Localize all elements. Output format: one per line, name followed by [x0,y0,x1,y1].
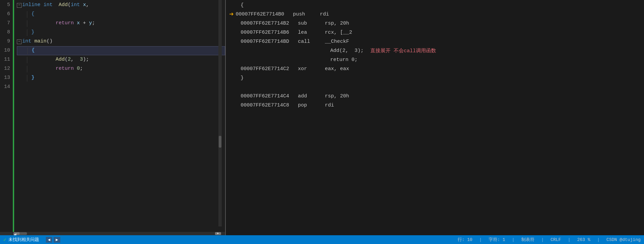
status-left: ✓ 未找到相关问题 [3,237,39,243]
check-icon: ✓ [3,237,6,243]
line-num-8: 8 [0,28,10,37]
disasm-source-add: Add(2, 3); 直接展开 不会call调用函数 [226,46,644,55]
line-num-13: 13 [0,73,10,83]
zoom-level: 263 % [577,237,590,242]
hscroll-track[interactable]: ◄ ► [0,232,225,235]
disasm-line-C2: 00007FF62E7714C2 xor eax, eax [226,64,644,73]
disasm-line-C4: 00007FF62E7714C4 add rsp, 20h [226,92,644,101]
code-area[interactable]: − inline int Add ( int x , { [14,0,225,232]
code-line-11: Add ( 2 , 3 ); [17,55,225,64]
char-info: 字符: 1 [489,237,505,243]
status-right: 行: 10 | 字符: 1 | 制表符 | CRLF | 263 % | CSD… [458,237,641,243]
hscroll-right-btn[interactable]: ► [215,232,221,235]
disasm-line-brace-close: } [226,73,644,83]
disasm-line-BD: 00007FF62E7714BD call __CheckF [226,37,644,46]
fold-icon-9[interactable]: − [17,39,22,44]
scroll-left-btn[interactable]: ◀ [46,237,52,243]
hscroll-left-btn[interactable]: ◄ [13,232,20,235]
code-line-12: return 0 ; [17,64,225,73]
line-num-11: 11 [0,55,10,64]
disasm-line-C8: 00007FF62E7714C8 pop rdi [226,101,644,110]
vscroll-track[interactable] [218,0,222,226]
disasm-line-B6: 00007FF62E7714B6 lea rcx, [__2 [226,28,644,37]
red-comment: 直接展开 不会call调用函数 [370,48,436,54]
attribution: CSDN @dtujing [607,237,641,242]
code-line-14 [17,83,225,92]
code-line-5: − inline int Add ( int x , [17,1,225,10]
code-line-7: return x + y ; [17,19,225,28]
line-num-5: 5 [0,1,10,10]
tab-label: 制表符 [521,237,534,243]
current-arrow-icon: ➜ [229,10,234,19]
line-ending: CRLF [551,237,561,242]
code-line-8: } [17,28,225,37]
vscroll-thumb[interactable] [219,136,221,148]
code-line-10: { [17,46,225,55]
line-numbers: 5 6 7 8 9 10 11 12 13 14 [0,0,13,232]
scroll-buttons[interactable]: ◀ ▶ [46,237,60,243]
source-pane: 5 6 7 8 9 10 11 12 13 14 − inline int [0,0,226,235]
disasm-line-B0: ➜ 00007FF62E7714B0 push rdi [226,10,644,19]
disasm-line-brace-open: { [226,1,644,10]
scroll-right-btn[interactable]: ▶ [54,237,60,243]
status-bar: ✓ 未找到相关问题 ◀ ▶ 行: 10 | 字符: 1 | 制表符 | CRLF… [0,235,644,244]
hscroll-bar[interactable] [7,232,218,235]
line-num-14: 14 [0,83,10,92]
no-issues-label: 未找到相关问题 [8,237,39,243]
line-num-9: 9 [0,37,10,46]
code-line-9: − int main () [17,37,225,46]
fold-icon-5[interactable]: − [17,3,22,8]
code-line-13: } [17,73,225,83]
line-num-7: 7 [0,19,10,28]
disasm-source-return: return 0; [226,55,644,64]
disasm-line-empty [226,83,644,92]
disasm-pane: { ➜ 00007FF62E7714B0 push rdi 00007FF62E… [226,0,644,235]
line-num-12: 12 [0,64,10,73]
line-num-6: 6 [0,10,10,19]
line-num-10: 10 [0,46,10,55]
code-line-6: { [17,10,225,19]
disasm-line-B2: 00007FF62E7714B2 sub rsp, 20h [226,19,644,28]
line-info: 行: 10 [458,237,472,243]
